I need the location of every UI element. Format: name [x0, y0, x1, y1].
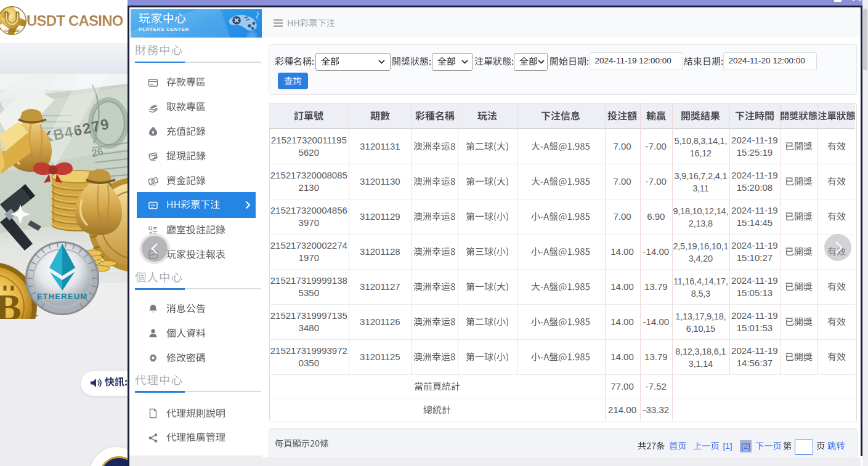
svg-text:ETHEREUM: ETHEREUM: [37, 292, 88, 301]
svg-text:CASINO: CASINO: [4, 29, 20, 33]
